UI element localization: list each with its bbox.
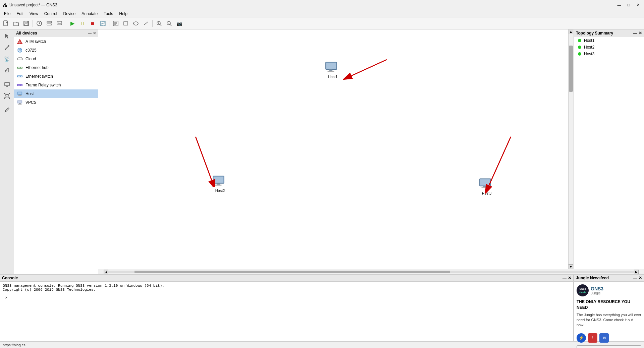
sidebar-item-atm-switch[interactable]: ATM switch	[14, 37, 98, 46]
zoom-out-button[interactable]	[164, 19, 174, 28]
newsfeed-close-button[interactable]: ✕	[639, 276, 642, 280]
ethernet-hub-label: Ethernet hub	[25, 65, 49, 70]
new-button[interactable]	[1, 19, 11, 28]
menu-help[interactable]: Help	[116, 11, 130, 17]
canvas-vscrollbar[interactable]: ▲ ▼	[568, 29, 574, 269]
svg-text:GNS3: GNS3	[579, 288, 586, 290]
vscroll-track[interactable]	[569, 34, 574, 264]
newsfeed-minimize-button[interactable]: —	[633, 276, 637, 280]
topology-close-button[interactable]: ✕	[639, 31, 642, 36]
menu-control[interactable]: Control	[42, 11, 60, 17]
sidebar-item-ethernet-switch[interactable]: Ethernet switch	[14, 72, 98, 81]
menu-file[interactable]: File	[1, 11, 13, 17]
host2-node[interactable]: Host2	[212, 175, 228, 193]
newsfeed-content: GNS3 Jungle GNS3 Jungle THE ONLY RESOURC…	[574, 282, 644, 348]
canvas-area[interactable]: Host1 Host2	[98, 29, 568, 269]
screenshot-button[interactable]: 📷	[174, 19, 184, 28]
svg-rect-71	[329, 70, 332, 71]
minimize-button[interactable]: —	[616, 2, 623, 8]
capture-button[interactable]: 📡	[2, 54, 12, 64]
add-note-panel-button[interactable]	[2, 65, 12, 76]
sidebar-item-c3725[interactable]: c3725	[14, 46, 98, 55]
vscroll-up-button[interactable]: ▲	[569, 29, 573, 34]
edit-note-button[interactable]	[111, 19, 120, 28]
topology-item-host3[interactable]: Host3	[574, 51, 644, 57]
ethernet-switch-icon	[17, 73, 23, 79]
menu-device[interactable]: Device	[61, 11, 78, 17]
sidebar-header: All devices — ✕	[14, 29, 98, 37]
host2-icon	[212, 175, 228, 188]
sidebar-minimize-button[interactable]: —	[88, 31, 92, 36]
svg-rect-74	[214, 177, 223, 183]
sidebar-title: All devices	[16, 31, 37, 36]
link-tool-button[interactable]	[2, 42, 12, 53]
svg-point-33	[4, 93, 5, 94]
console-all-button[interactable]	[55, 19, 64, 28]
canvas-main-row: Host1 Host2	[98, 29, 644, 269]
close-button[interactable]: ✕	[635, 2, 641, 8]
draw-ellipse-button[interactable]	[131, 19, 141, 28]
go-to-jungle-button[interactable]: Go to the Jungle	[577, 345, 641, 348]
select-tool-button[interactable]	[2, 31, 12, 42]
menu-annotate[interactable]: Annotate	[79, 11, 100, 17]
pause-all-button[interactable]: ⏸	[78, 19, 87, 28]
topology-item-host1[interactable]: Host1	[574, 37, 644, 44]
save-button[interactable]	[21, 19, 31, 28]
svg-point-35	[4, 97, 5, 99]
snapshot-button[interactable]	[35, 19, 44, 28]
app-tray-icon[interactable]: 🖥	[599, 333, 609, 343]
host1-node[interactable]: Host1	[325, 61, 340, 79]
stop-all-button[interactable]: ⏹	[88, 19, 97, 28]
host3-node[interactable]: Host3	[479, 178, 494, 195]
sidebar-item-host[interactable]: Host	[14, 89, 98, 98]
reload-all-button[interactable]: 🔄	[98, 19, 107, 28]
sidebar-close-button[interactable]: ✕	[93, 31, 96, 36]
open-button[interactable]	[11, 19, 21, 28]
topology-host3-label: Host3	[584, 52, 594, 56]
menu-bar: File Edit View Control Device Annotate T…	[0, 10, 644, 17]
maximize-button[interactable]: □	[625, 2, 632, 8]
svg-point-34	[9, 93, 10, 94]
topology-host1-label: Host1	[584, 38, 594, 43]
console-close-button[interactable]: ✕	[568, 276, 571, 280]
sidebar-item-vpcs[interactable]: VPCS	[14, 98, 98, 107]
hscroll-track[interactable]	[108, 271, 634, 273]
device-sidebar: All devices — ✕ ATM switch	[14, 29, 98, 274]
vscroll-thumb[interactable]	[569, 46, 573, 91]
hscroll-left-button[interactable]: ◀	[104, 270, 108, 274]
bottom-section: Console — ✕ GNS3 management console. Run…	[0, 274, 644, 341]
sidebar-item-ethernet-hub[interactable]: Ethernet hub	[14, 63, 98, 72]
sidebar-item-frame-relay-switch[interactable]: Frame Relay switch	[14, 81, 98, 89]
draw-rect-button[interactable]	[121, 19, 130, 28]
vpcs-icon	[17, 99, 23, 106]
sidebar-item-cloud[interactable]: Cloud	[14, 55, 98, 63]
vscroll-down-button[interactable]: ▼	[569, 264, 573, 269]
canvas-hscrollbar[interactable]: ◀ ▶	[98, 269, 644, 274]
cloud-icon	[17, 56, 23, 62]
zoom-in-button[interactable]	[154, 19, 164, 28]
draw-tool-button[interactable]	[2, 105, 12, 115]
svg-point-58	[18, 85, 19, 86]
network-button[interactable]	[2, 90, 12, 101]
menu-edit[interactable]: Edit	[14, 11, 26, 17]
menu-view[interactable]: View	[27, 11, 41, 17]
start-all-button[interactable]: ▶	[68, 19, 77, 28]
topology-list: Host1 Host2 Host3	[574, 37, 644, 57]
bluetooth-tray-icon[interactable]: ⚡	[577, 333, 586, 343]
jungle-title-block: GNS3 Jungle	[591, 286, 603, 295]
newsfeed-body: The Jungle has everything you will ever …	[577, 312, 641, 328]
topology-item-host2[interactable]: Host2	[574, 44, 644, 51]
monitor-button[interactable]	[2, 79, 12, 90]
canvas-section: Host1 Host2	[98, 29, 644, 274]
console-content[interactable]: GNS3 management console. Running GNS3 ve…	[0, 282, 573, 341]
host3-label: Host3	[482, 191, 492, 195]
hscroll-thumb[interactable]	[135, 271, 450, 273]
topology-minimize-button[interactable]: —	[633, 31, 637, 36]
menu-tools[interactable]: Tools	[101, 11, 116, 17]
alert-tray-icon[interactable]: !	[588, 333, 597, 343]
svg-point-52	[21, 67, 22, 68]
hscroll-right-button[interactable]: ▶	[634, 270, 639, 274]
draw-line-button[interactable]	[141, 19, 151, 28]
server-summary-button[interactable]	[45, 19, 54, 28]
console-minimize-button[interactable]: —	[562, 276, 567, 280]
